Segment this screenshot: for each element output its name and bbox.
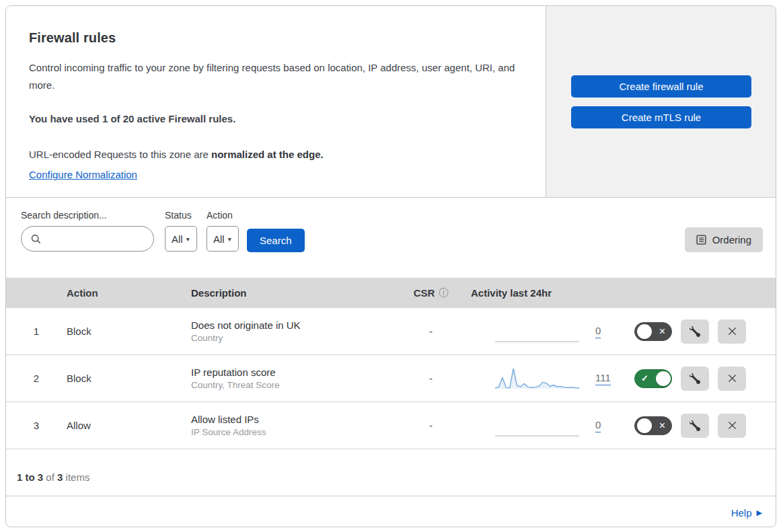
ordering-button[interactable]: Ordering xyxy=(685,227,763,252)
table-row: 2 Block IP reputation score Country, Thr… xyxy=(6,355,776,402)
close-icon xyxy=(727,326,737,336)
rule-criteria: Country xyxy=(191,333,223,343)
arrow-right-icon: ▶ xyxy=(757,508,762,517)
rule-enabled-toggle[interactable]: ✓ × xyxy=(634,416,672,435)
help-bar: Help ▶ xyxy=(6,496,776,527)
create-mtls-rule-button[interactable]: Create mTLS rule xyxy=(571,106,751,128)
delete-rule-button[interactable] xyxy=(718,367,746,391)
edit-rule-button[interactable] xyxy=(681,414,709,438)
rule-criteria: Country, Threat Score xyxy=(191,380,280,390)
table-row: 3 Allow Allow listed IPs IP Source Addre… xyxy=(6,402,776,449)
chevron-down-icon: ▾ xyxy=(228,235,231,243)
activity-sparkline xyxy=(495,412,579,439)
rule-csr: - xyxy=(399,373,463,384)
page-description: Control incoming traffic to your zone by… xyxy=(29,59,523,94)
table-header: Action Description CSRⓘ Activity last 24… xyxy=(6,278,776,308)
pagination-summary: 1 to 3 of 3 items xyxy=(6,449,776,496)
column-description: Description xyxy=(184,287,399,299)
search-input[interactable] xyxy=(46,233,147,245)
activity-count-link[interactable]: 0 xyxy=(595,419,601,432)
toggle-knob xyxy=(637,324,652,339)
rule-action: Block xyxy=(67,326,184,337)
firewall-rules-card: Firewall rules Control incoming traffic … xyxy=(5,5,776,527)
close-icon xyxy=(727,373,737,383)
activity-count-link[interactable]: 111 xyxy=(595,372,611,385)
status-filter-dropdown[interactable]: All▾ xyxy=(165,226,197,252)
rule-priority: 3 xyxy=(6,420,67,431)
intro-panel: Firewall rules Control incoming traffic … xyxy=(6,6,546,197)
table-row: 1 Block Does not originate in UK Country… xyxy=(6,308,776,355)
search-icon xyxy=(31,234,41,244)
activity-sparkline xyxy=(495,318,579,345)
search-label: Search description... xyxy=(21,210,154,221)
actions-panel: Create firewall rule Create mTLS rule xyxy=(546,6,776,197)
rule-criteria: IP Source Address xyxy=(191,427,266,437)
edit-rule-button[interactable] xyxy=(681,367,709,391)
delete-rule-button[interactable] xyxy=(718,414,746,438)
status-filter-label: Status xyxy=(165,210,197,221)
column-activity: Activity last 24hr xyxy=(463,287,634,299)
activity-count-link[interactable]: 0 xyxy=(595,325,601,338)
edit-rule-button[interactable] xyxy=(681,319,709,344)
delete-rule-button[interactable] xyxy=(718,319,746,344)
wrench-icon xyxy=(690,373,700,384)
rule-description: IP reputation score xyxy=(191,367,276,378)
configure-normalization-link[interactable]: Configure Normalization xyxy=(29,169,137,180)
rule-enabled-toggle[interactable]: ✓ × xyxy=(634,369,672,388)
rule-csr: - xyxy=(399,420,463,431)
page-title: Firewall rules xyxy=(29,30,523,46)
rule-action: Allow xyxy=(67,420,184,431)
help-link[interactable]: Help ▶ xyxy=(731,507,762,519)
x-icon: × xyxy=(659,420,665,430)
close-icon xyxy=(727,420,737,430)
wrench-icon xyxy=(690,420,700,431)
column-csr: CSRⓘ xyxy=(399,287,463,299)
create-firewall-rule-button[interactable]: Create firewall rule xyxy=(571,75,751,98)
info-icon[interactable]: ⓘ xyxy=(439,287,448,299)
check-icon: ✓ xyxy=(641,374,648,383)
search-button[interactable]: Search xyxy=(247,229,305,252)
rule-enabled-toggle[interactable]: ✓ × xyxy=(634,322,672,341)
top-section: Firewall rules Control incoming traffic … xyxy=(6,6,776,198)
toggle-knob xyxy=(637,418,652,433)
normalization-note: URL-encoded Requests to this zone are no… xyxy=(29,146,523,163)
rule-description: Allow listed IPs xyxy=(191,414,259,425)
rule-description: Does not originate in UK xyxy=(191,319,301,331)
rule-priority: 2 xyxy=(6,373,67,384)
rule-csr: - xyxy=(399,326,463,337)
action-filter-dropdown[interactable]: All▾ xyxy=(207,226,239,252)
rule-priority: 1 xyxy=(6,326,67,337)
wrench-icon xyxy=(690,326,700,337)
chevron-down-icon: ▾ xyxy=(186,235,190,243)
toggle-knob xyxy=(656,371,671,386)
activity-sparkline xyxy=(495,365,579,392)
filter-bar: Search description... Status All▾ Action… xyxy=(6,198,776,278)
column-action: Action xyxy=(67,287,184,299)
usage-summary: You have used 1 of 20 active Firewall ru… xyxy=(29,110,523,128)
rule-action: Block xyxy=(67,373,184,384)
action-filter-label: Action xyxy=(207,210,239,221)
x-icon: × xyxy=(659,326,665,336)
search-input-wrap[interactable] xyxy=(21,226,154,252)
ordering-list-icon xyxy=(696,235,706,245)
